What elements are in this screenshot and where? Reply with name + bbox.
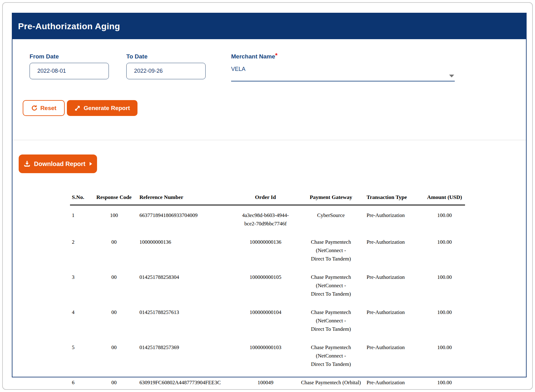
reset-button[interactable]: Reset — [23, 100, 65, 116]
from-date-label: From Date — [30, 53, 59, 60]
cell-response-code: 100 — [91, 205, 137, 233]
cell-response-code: 00 — [91, 338, 137, 373]
page-title: Pre-Authorization Aging — [18, 21, 120, 31]
cell-payment-gateway: Chase Paymentech (NetConnect - Direct To… — [297, 338, 365, 373]
cell-transaction-type: Pre-Authorization — [365, 205, 424, 233]
cell-sno: 2 — [70, 232, 91, 267]
cell-amount: 100.00 — [424, 373, 465, 391]
download-report-button[interactable]: Download Report — [19, 154, 97, 173]
cell-reference-number: 630919FC60802A4487773904FEE3C — [137, 373, 234, 391]
page-header: Pre-Authorization Aging — [12, 13, 526, 39]
table-row: 6 00 630919FC60802A4487773904FEE3C 10004… — [70, 373, 465, 391]
cell-reference-number: 100000000136 — [137, 232, 234, 267]
to-date-input[interactable] — [126, 63, 206, 79]
cell-reference-number: 014251788257613 — [137, 302, 234, 338]
cell-order-id: 100000000103 — [234, 338, 297, 373]
column-header-order-id: Order Id — [234, 188, 297, 205]
cell-sno: 5 — [70, 338, 91, 373]
table-row: 4 00 014251788257613 100000000104 Chase … — [70, 302, 465, 338]
cell-transaction-type: Pre-Authorization — [365, 232, 424, 267]
cell-transaction-type: Pre-Authorization — [365, 302, 424, 338]
merchant-select-value: VELA — [231, 66, 245, 72]
cell-payment-gateway: CyberSource — [297, 205, 365, 233]
report-table: S.No. Response Code Reference Number Ord… — [70, 188, 465, 392]
cell-amount: 100.00 — [424, 338, 465, 373]
cell-sno: 3 — [70, 267, 91, 302]
download-icon — [24, 160, 30, 167]
column-header-payment-gateway: Payment Gateway — [297, 188, 365, 205]
column-header-transaction-type: Transaction Type — [365, 188, 424, 205]
cell-amount: 100.00 — [424, 232, 465, 267]
cell-reference-number: 014251788258304 — [137, 267, 234, 302]
cell-payment-gateway: Chase Paymentech (NetConnect - Direct To… — [297, 302, 365, 338]
cell-order-id: 4a3ec98d-b603-4944- bce2-70d9bbc7746f — [234, 205, 297, 233]
cell-sno: 4 — [70, 302, 91, 338]
from-date-label-text: From Date — [30, 53, 59, 60]
merchant-select[interactable]: VELA — [231, 65, 455, 81]
table-row: 1 100 6637718941806933704009 4a3ec98d-b6… — [70, 205, 465, 233]
column-header-sno: S.No. — [70, 188, 91, 205]
cell-amount: 100.00 — [424, 302, 465, 338]
generate-report-button-label: Generate Report — [84, 105, 130, 112]
report-card: Pre-Authorization Aging From Date To Dat… — [12, 13, 527, 377]
table-header-row: S.No. Response Code Reference Number Ord… — [70, 188, 465, 205]
required-asterisk: * — [275, 52, 278, 59]
reset-button-label: Reset — [40, 105, 57, 112]
caret-right-icon — [90, 162, 92, 166]
cell-amount: 100.00 — [424, 267, 465, 302]
cell-order-id: 100000000105 — [234, 267, 297, 302]
cell-response-code: 00 — [91, 267, 137, 302]
generate-report-button[interactable]: Generate Report — [67, 100, 137, 116]
cell-amount: 100.00 — [424, 205, 465, 233]
column-header-response-code: Response Code — [91, 188, 137, 205]
from-date-input[interactable] — [30, 63, 109, 79]
cell-payment-gateway: Chase Paymentech (Orbital) — [297, 373, 365, 391]
cell-sno: 6 — [70, 373, 91, 391]
cell-order-id: 100000000136 — [234, 232, 297, 267]
cell-order-id: 100049 — [234, 373, 297, 391]
table-row: 3 00 014251788258304 100000000105 Chase … — [70, 267, 465, 302]
refresh-icon — [31, 105, 38, 111]
cell-transaction-type: Pre-Authorization — [365, 373, 424, 391]
cell-sno: 1 — [70, 205, 91, 233]
table-row: 2 00 100000000136 100000000136 Chase Pay… — [70, 232, 465, 267]
report-table-container: S.No. Response Code Reference Number Ord… — [70, 188, 465, 392]
merchant-name-label: Merchant Name* — [231, 53, 277, 60]
cell-transaction-type: Pre-Authorization — [365, 338, 424, 373]
cell-order-id: 100000000104 — [234, 302, 297, 338]
cell-payment-gateway: Chase Paymentech (NetConnect - Direct To… — [297, 232, 365, 267]
cell-reference-number: 014251788257369 — [137, 338, 234, 373]
cell-response-code: 00 — [91, 302, 137, 338]
cell-response-code: 00 — [91, 373, 137, 391]
cell-response-code: 00 — [91, 232, 137, 267]
chevron-down-icon — [449, 75, 454, 77]
cell-reference-number: 6637718941806933704009 — [137, 205, 234, 233]
download-report-button-label: Download Report — [34, 160, 86, 168]
to-date-label: To Date — [126, 53, 147, 60]
cell-transaction-type: Pre-Authorization — [365, 267, 424, 302]
table-row: 5 00 014251788257369 100000000103 Chase … — [70, 338, 465, 373]
report-table-body: 1 100 6637718941806933704009 4a3ec98d-b6… — [70, 205, 465, 392]
to-date-label-text: To Date — [126, 53, 147, 60]
column-header-amount: Amount (USD) — [424, 188, 465, 205]
section-divider — [12, 140, 526, 140]
column-header-reference-number: Reference Number — [137, 188, 234, 205]
merchant-name-label-text: Merchant Name — [231, 53, 275, 60]
cell-payment-gateway: Chase Paymentech (NetConnect - Direct To… — [297, 267, 365, 302]
export-icon — [74, 105, 81, 111]
